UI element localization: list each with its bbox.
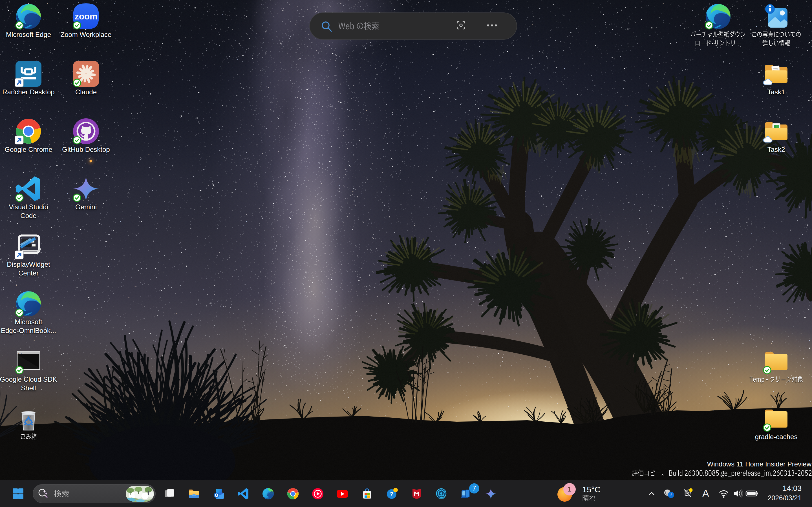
svg-text:i: i (670, 493, 672, 497)
svg-text:BETA: BETA (438, 496, 445, 499)
svg-text:A: A (702, 488, 709, 499)
svg-text:?: ? (390, 491, 393, 498)
